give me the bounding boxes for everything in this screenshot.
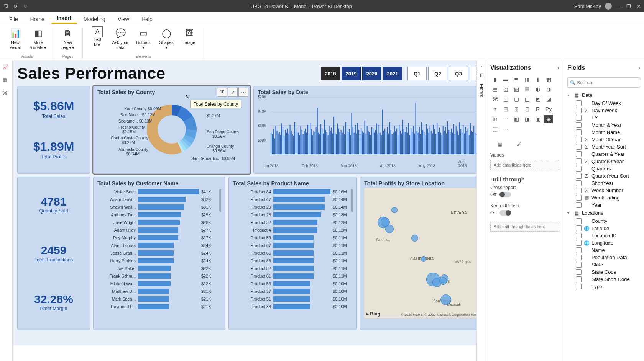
viz-type-icon[interactable]: ⌹ bbox=[512, 105, 521, 113]
scrollbar[interactable] bbox=[351, 189, 353, 212]
viz-type-icon[interactable]: ⬚ bbox=[490, 125, 499, 133]
buttons-button[interactable]: ▭Buttons ▾ bbox=[133, 26, 153, 50]
field-checkbox[interactable] bbox=[576, 158, 582, 164]
field-table[interactable]: ▾▦Date bbox=[567, 91, 640, 100]
field-item[interactable]: ShortYear bbox=[567, 180, 640, 187]
viz-type-icon[interactable]: ▧ bbox=[501, 85, 510, 93]
tile-profits-map[interactable]: Total Profits by Store Location NEVADA C… bbox=[360, 177, 476, 330]
field-item[interactable]: ΣWeek Number bbox=[567, 187, 640, 194]
tab-modeling[interactable]: Modeling bbox=[78, 14, 111, 24]
user-avatar-icon[interactable] bbox=[605, 3, 612, 10]
text-box-button[interactable]: AText box bbox=[87, 26, 107, 50]
field-item[interactable]: State Short Code bbox=[567, 276, 640, 283]
new-visual-button[interactable]: 📊New visual bbox=[5, 26, 25, 50]
viz-type-icon[interactable]: ⌺ bbox=[522, 105, 532, 113]
year-2020[interactable]: 2020 bbox=[362, 67, 381, 80]
viz-type-icon[interactable]: Py bbox=[544, 105, 553, 113]
viz-type-icon[interactable]: ▨ bbox=[512, 85, 521, 93]
map-visual[interactable]: NEVADA CALIFORNIA San Fr... Los Angeles … bbox=[364, 188, 476, 318]
map-bubble[interactable] bbox=[421, 256, 426, 262]
field-checkbox[interactable] bbox=[576, 233, 582, 238]
field-item[interactable]: Population Data bbox=[567, 254, 640, 261]
field-checkbox[interactable] bbox=[576, 166, 582, 172]
visual-focus-icon[interactable]: ⤢ bbox=[228, 88, 238, 97]
viz-type-icon[interactable]: ⫿ bbox=[533, 75, 542, 83]
field-item[interactable]: State bbox=[567, 261, 640, 268]
filters-icon[interactable]: ◧ bbox=[479, 72, 484, 78]
field-checkbox[interactable] bbox=[576, 108, 582, 113]
quarter-q2[interactable]: Q2 bbox=[428, 67, 447, 80]
shapes-button[interactable]: ◯Shapes ▾ bbox=[156, 26, 176, 50]
fields-search-input[interactable] bbox=[576, 79, 642, 86]
viz-type-icon[interactable]: ⌗ bbox=[490, 105, 499, 113]
tab-home[interactable]: Home bbox=[25, 14, 50, 24]
field-item[interactable]: State Code bbox=[567, 268, 640, 276]
viz-type-icon[interactable]: ⋯ bbox=[501, 115, 510, 123]
field-checkbox[interactable] bbox=[576, 100, 582, 106]
viz-type-icon[interactable]: ◐ bbox=[533, 85, 542, 93]
viz-type-icon[interactable]: ◩ bbox=[533, 95, 542, 103]
field-checkbox[interactable] bbox=[576, 276, 582, 282]
ask-your-data-button[interactable]: 💬Ask your data bbox=[110, 26, 130, 50]
tile-sales-by-date[interactable]: Total Sales by Date $80K$60K$40K$20KJan … bbox=[253, 86, 476, 174]
field-checkbox[interactable] bbox=[576, 269, 582, 275]
year-2019[interactable]: 2019 bbox=[342, 67, 361, 80]
scrollbar[interactable] bbox=[219, 189, 221, 212]
viz-type-icon[interactable]: ≣ bbox=[512, 75, 521, 83]
viz-type-icon[interactable]: ⊞ bbox=[490, 115, 499, 123]
field-checkbox[interactable] bbox=[576, 195, 582, 201]
tile-sales-by-customer[interactable]: Total Sales by Customer Name Victor Scot… bbox=[93, 177, 225, 330]
field-item[interactable]: ΣDayInWeek bbox=[567, 107, 640, 114]
tab-view[interactable]: View bbox=[112, 14, 135, 24]
field-item[interactable]: Month Name bbox=[567, 129, 640, 136]
field-checkbox[interactable] bbox=[576, 188, 582, 193]
field-checkbox[interactable] bbox=[576, 151, 582, 157]
field-checkbox[interactable] bbox=[576, 218, 582, 224]
values-field-well[interactable]: Add data fields here bbox=[490, 160, 559, 170]
field-checkbox[interactable] bbox=[576, 284, 582, 289]
field-item[interactable]: ΣMonthOfYear bbox=[567, 136, 640, 143]
tile-sales-by-product[interactable]: Total Sales by Product Name Product 84 $… bbox=[228, 177, 357, 330]
field-item[interactable]: Type bbox=[567, 283, 640, 290]
viz-type-icon[interactable]: ▬ bbox=[501, 75, 510, 83]
visual-filter-icon[interactable]: ⧩ bbox=[217, 88, 227, 97]
viz-type-icon[interactable]: ◫ bbox=[522, 95, 532, 103]
kpi-tile-bottom[interactable]: 4781Quantity Sold 2459Total Transactions… bbox=[17, 177, 90, 330]
viz-type-icon[interactable]: ◳ bbox=[501, 95, 510, 103]
viz-type-icon[interactable]: ▥ bbox=[522, 75, 532, 83]
redo-icon[interactable]: ↻ bbox=[22, 3, 28, 9]
viz-type-icon[interactable]: ◪ bbox=[544, 95, 553, 103]
field-checkbox[interactable] bbox=[576, 262, 582, 268]
new-page-button[interactable]: 🗎New page ▾ bbox=[58, 26, 78, 50]
viz-type-icon[interactable]: ◨ bbox=[522, 115, 532, 123]
chevron-right-icon[interactable]: › bbox=[638, 64, 640, 71]
field-checkbox[interactable] bbox=[576, 129, 582, 135]
field-item[interactable]: Quarters bbox=[567, 165, 640, 172]
field-item[interactable]: 🌐Longitude bbox=[567, 239, 640, 247]
quarter-q3[interactable]: Q3 bbox=[449, 67, 468, 80]
kpi-tile-top[interactable]: $5.86MTotal Sales $1.89MTotal Profits bbox=[17, 86, 90, 174]
map-bubble[interactable] bbox=[391, 207, 398, 213]
viz-type-icon[interactable]: ▮ bbox=[490, 75, 499, 83]
minimize-icon[interactable]: — bbox=[616, 3, 622, 9]
visual-more-icon[interactable]: ⋯ bbox=[238, 88, 248, 97]
field-item[interactable]: Name bbox=[567, 247, 640, 254]
undo-icon[interactable]: ↺ bbox=[12, 3, 18, 9]
viz-type-icon[interactable]: ⌸ bbox=[501, 105, 510, 113]
chevron-left-icon[interactable]: ‹ bbox=[481, 63, 482, 68]
field-item[interactable]: ΣMonthYear Sort bbox=[567, 143, 640, 150]
field-checkbox[interactable] bbox=[576, 255, 582, 260]
image-button[interactable]: 🖼Image bbox=[179, 26, 199, 50]
viz-format-tab-icon[interactable]: 🖌 bbox=[514, 139, 524, 149]
chevron-right-icon[interactable]: › bbox=[557, 64, 559, 71]
field-item[interactable]: Month & Year bbox=[567, 121, 640, 129]
drillthrough-field-well[interactable]: Add drill-through fields here bbox=[490, 222, 559, 232]
field-item[interactable]: ▦WeekEnding bbox=[567, 194, 640, 201]
map-bubble[interactable] bbox=[385, 225, 394, 233]
data-view-icon[interactable]: ▦ bbox=[3, 77, 10, 84]
field-checkbox[interactable] bbox=[576, 122, 582, 128]
field-checkbox[interactable] bbox=[576, 137, 582, 142]
field-item[interactable]: County bbox=[567, 217, 640, 225]
tab-insert[interactable]: Insert bbox=[51, 13, 77, 24]
field-checkbox[interactable] bbox=[576, 180, 582, 186]
